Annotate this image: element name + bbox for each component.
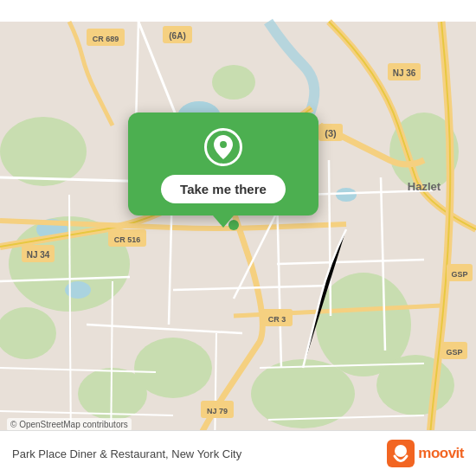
map-container: NJ 34 NJ 36 CR 689 (6A) (3) CR 516 CR 3 …: [0, 0, 476, 476]
moovit-logo: moovit: [387, 440, 464, 467]
svg-text:NJ 79: NJ 79: [207, 407, 228, 415]
svg-text:(6A): (6A): [169, 31, 185, 41]
bottom-bar: Park Place Diner & Restaurant, New York …: [0, 430, 476, 476]
svg-point-57: [395, 445, 407, 457]
svg-point-7: [78, 368, 147, 420]
copyright-text: © OpenStreetMap contributors: [7, 418, 132, 431]
svg-text:(3): (3): [325, 128, 337, 138]
svg-text:CR 516: CR 516: [114, 235, 141, 244]
copyright-label: © OpenStreetMap contributors: [10, 420, 128, 429]
location-icon-circle: [204, 128, 242, 166]
svg-point-10: [212, 65, 255, 100]
svg-text:NJ 34: NJ 34: [27, 250, 50, 260]
popup-card: Take me there: [128, 113, 318, 215]
moovit-label: moovit: [418, 445, 464, 462]
moovit-icon: [387, 440, 415, 467]
svg-text:GSP: GSP: [451, 270, 467, 279]
svg-point-55: [220, 141, 227, 148]
svg-text:GSP: GSP: [446, 348, 462, 357]
svg-text:Hazlet: Hazlet: [408, 180, 441, 193]
svg-point-14: [336, 188, 357, 202]
svg-text:NJ 36: NJ 36: [393, 68, 416, 78]
location-pin-icon: [214, 135, 233, 159]
location-label: Park Place Diner & Restaurant, New York …: [12, 447, 241, 460]
svg-text:CR 689: CR 689: [93, 35, 119, 43]
svg-point-13: [65, 281, 91, 299]
svg-text:CR 3: CR 3: [268, 315, 286, 324]
take-me-there-button[interactable]: Take me there: [161, 175, 286, 203]
map-background: NJ 34 NJ 36 CR 689 (6A) (3) CR 516 CR 3 …: [0, 0, 476, 476]
svg-point-4: [0, 117, 87, 186]
